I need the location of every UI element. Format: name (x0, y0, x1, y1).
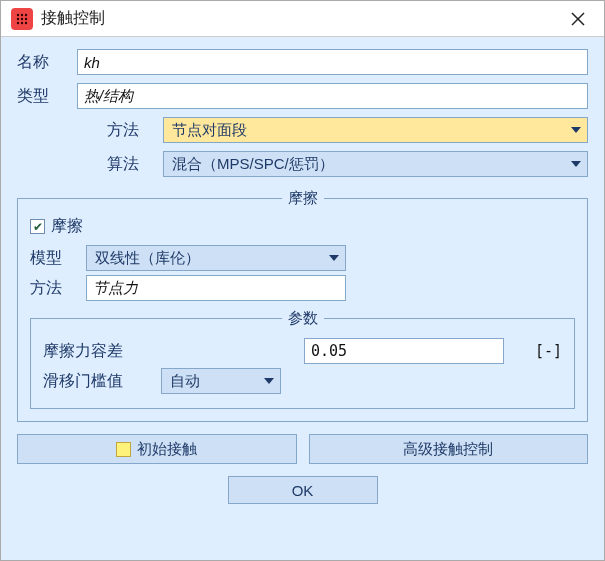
friction-model-label: 模型 (30, 248, 78, 269)
close-icon (571, 12, 585, 26)
svg-point-7 (21, 21, 23, 23)
dialog-content: 名称 类型 方法 节点对面段 算法 混合（MPS/SPC/惩罚） 摩擦 ✔ (1, 37, 604, 560)
advanced-contact-button[interactable]: 高级接触控制 (309, 434, 589, 464)
window-title: 接触控制 (41, 8, 562, 29)
name-label: 名称 (17, 52, 69, 73)
chevron-down-icon (329, 255, 339, 261)
svg-point-5 (25, 17, 27, 19)
svg-point-8 (25, 21, 27, 23)
friction-checkbox[interactable]: ✔ (30, 219, 45, 234)
tolerance-unit: [-] (512, 342, 562, 360)
svg-point-3 (17, 17, 19, 19)
initial-contact-button[interactable]: 初始接触 (17, 434, 297, 464)
svg-point-1 (21, 13, 23, 15)
params-legend: 参数 (282, 309, 324, 328)
slip-threshold-combo-value: 自动 (170, 372, 200, 391)
tolerance-input[interactable] (304, 338, 504, 364)
method-combo-value: 节点对面段 (172, 121, 247, 140)
method-combo[interactable]: 节点对面段 (163, 117, 588, 143)
chevron-down-icon (571, 161, 581, 167)
friction-method-label: 方法 (30, 278, 78, 299)
friction-model-combo[interactable]: 双线性（库伦） (86, 245, 346, 271)
method-label: 方法 (107, 120, 155, 141)
algorithm-label: 算法 (107, 154, 155, 175)
app-icon (11, 8, 33, 30)
type-label: 类型 (17, 86, 69, 107)
algorithm-combo[interactable]: 混合（MPS/SPC/惩罚） (163, 151, 588, 177)
svg-point-6 (17, 21, 19, 23)
friction-legend: 摩擦 (282, 189, 324, 208)
dialog-window: 接触控制 名称 类型 方法 节点对面段 算法 混合（MPS/ (0, 0, 605, 561)
svg-point-4 (21, 17, 23, 19)
algorithm-combo-value: 混合（MPS/SPC/惩罚） (172, 155, 334, 174)
name-input[interactable] (77, 49, 588, 75)
friction-checkbox-label: 摩擦 (51, 216, 83, 237)
advanced-contact-label: 高级接触控制 (403, 440, 493, 459)
close-button[interactable] (562, 5, 594, 33)
initial-contact-checkbox[interactable] (116, 442, 131, 457)
chevron-down-icon (571, 127, 581, 133)
tolerance-label: 摩擦力容差 (43, 341, 153, 362)
type-input[interactable] (77, 83, 588, 109)
slip-threshold-combo[interactable]: 自动 (161, 368, 281, 394)
svg-point-0 (17, 13, 19, 15)
friction-method-input[interactable] (86, 275, 346, 301)
chevron-down-icon (264, 378, 274, 384)
svg-point-2 (25, 13, 27, 15)
ok-button[interactable]: OK (228, 476, 378, 504)
params-group: 参数 摩擦力容差 [-] 滑移门槛值 自动 (30, 309, 575, 409)
friction-group: 摩擦 ✔ 摩擦 模型 双线性（库伦） 方法 参数 摩擦力容差 (17, 189, 588, 422)
slip-threshold-label: 滑移门槛值 (43, 371, 153, 392)
ok-label: OK (292, 482, 314, 499)
titlebar: 接触控制 (1, 1, 604, 37)
friction-model-combo-value: 双线性（库伦） (95, 249, 200, 268)
initial-contact-label: 初始接触 (137, 440, 197, 459)
